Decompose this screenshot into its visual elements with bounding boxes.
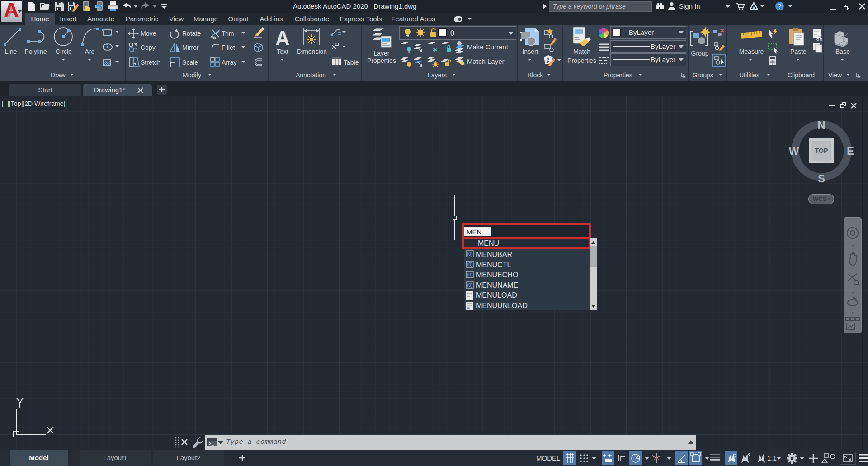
svg-text:A: A (275, 27, 290, 49)
svg-text:?: ? (778, 3, 782, 10)
svg-text:(0): (0) (467, 262, 472, 267)
svg-text:0: 0 (450, 29, 454, 37)
svg-text:S: S (818, 172, 825, 184)
svg-text:E: E (847, 145, 854, 157)
svg-text:TOP: TOP (815, 147, 828, 154)
svg-text:(0): (0) (467, 283, 472, 288)
svg-text:(0): (0) (467, 252, 472, 257)
svg-text:(0): (0) (467, 272, 472, 277)
svg-text:N: N (817, 119, 825, 131)
svg-text:W: W (789, 145, 799, 157)
